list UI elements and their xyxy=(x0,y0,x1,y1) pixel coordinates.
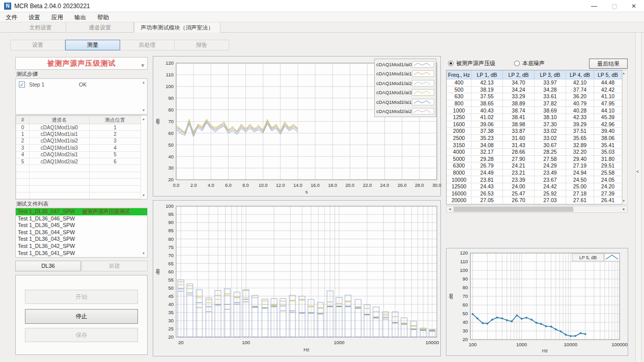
channel-table[interactable]: #通道名测点位置 0cDAQ1Mod1/ai011cDAQ1Mod1/ai122… xyxy=(15,115,148,200)
dl36-button[interactable]: DL36 xyxy=(15,261,81,271)
minimize-button[interactable]: — xyxy=(585,0,603,12)
table-row[interactable]: 800024.4923.2123.4924.9425.58 xyxy=(447,169,622,176)
table-row[interactable]: 63037.5533.2933.6136.2041.10 xyxy=(447,93,622,100)
scroll-up-icon[interactable]: ▴ xyxy=(141,79,147,86)
table-row[interactable]: 400032.1728.6628.2532.2035.03 xyxy=(447,148,622,155)
main-tab[interactable]: 通道设置 xyxy=(66,22,134,33)
file-list-item[interactable]: Test 1_DL36_046_SPW xyxy=(16,215,147,222)
column-header[interactable]: LP 2, dB xyxy=(503,71,535,79)
scroll-right-icon[interactable]: ▸ xyxy=(621,206,627,212)
table-row[interactable]: 250035.2331.6033.0235.6538.06 xyxy=(447,134,622,142)
maximize-button[interactable]: ▢ xyxy=(606,0,623,12)
table-row[interactable]: 40042.1334.7033.9742.1044.48 xyxy=(447,79,622,87)
column-header[interactable]: LP 5, dB xyxy=(594,71,622,79)
menu-item[interactable]: 设置 xyxy=(23,12,46,22)
table-row[interactable]: 5cDAQ1Mod2/ai26 xyxy=(16,158,141,164)
table-row[interactable]: 1000023.8123.3923.6724.5024.05 xyxy=(447,176,622,183)
sub-tab[interactable]: 报告 xyxy=(175,40,229,50)
sub-tab[interactable]: 测量 xyxy=(65,40,120,50)
svg-text:Hz: Hz xyxy=(303,347,310,352)
sub-tab[interactable]: 设置 xyxy=(10,40,65,50)
table-row[interactable]: 3cDAQ1Mod1/ai34 xyxy=(16,145,141,151)
table-row[interactable]: 2000027.0526.7027.0327.6126.41 xyxy=(447,197,622,204)
menu-item[interactable]: 文件 xyxy=(0,12,23,22)
file-list-item[interactable]: Test 1_DL36_041_SPW xyxy=(16,250,147,257)
column-header[interactable]: LP 4, dB xyxy=(566,71,594,79)
scroll-up-icon[interactable]: ▴ xyxy=(141,209,147,215)
save-button[interactable]: 保存 xyxy=(25,328,138,342)
sub-tab[interactable]: 后处理 xyxy=(120,40,175,50)
radio-background-noise[interactable]: 本底噪声 xyxy=(514,60,545,67)
scroll-up-icon[interactable]: ▴ xyxy=(141,116,147,122)
result-table-vscrollbar[interactable]: ▴ ▾ xyxy=(622,70,628,205)
legend-line-sample xyxy=(412,80,434,87)
table-row[interactable]: 125041.0238.4138.1042.3345.39 xyxy=(447,114,622,121)
table-row[interactable]: 0cDAQ1Mod1/ai01 xyxy=(16,124,141,131)
start-button[interactable]: 开始 xyxy=(25,290,138,304)
step-list-item[interactable]: ✓ Step 1 OK xyxy=(16,79,147,90)
table-row[interactable]: 80038.6538.8937.8240.7947.95 xyxy=(447,100,622,107)
lp5-spectrum-chart[interactable]: 1001000100001000002030405060708090100110… xyxy=(446,248,628,356)
svg-text:16.0: 16.0 xyxy=(311,183,320,188)
table-row[interactable]: 1250024.4324.0024.4225.0024.20 xyxy=(447,183,622,190)
file-list-item[interactable]: Test 1_DL36_045_SPW xyxy=(16,222,147,229)
scroll-up-icon[interactable]: ▴ xyxy=(621,70,627,76)
menu-item[interactable]: 输出 xyxy=(69,12,92,22)
steps-listbox[interactable]: ✓ Step 1 OK ▴ ▾ xyxy=(15,78,148,115)
column-header[interactable]: LP 3, dB xyxy=(535,71,566,79)
main-tab[interactable]: 声功率测试模块（消声室法） xyxy=(134,22,220,33)
table-row[interactable]: 500029.2827.9027.5829.4031.80 xyxy=(447,155,622,162)
result-table-hscrollbar[interactable]: ◂ ▸ xyxy=(446,206,628,213)
menu-item[interactable]: 帮助 xyxy=(92,12,115,22)
radio-source-level[interactable]: 被测声源声压级 xyxy=(448,60,495,67)
file-list-item[interactable]: Test 1_DL36_043_SPW xyxy=(16,236,147,243)
column-header[interactable]: LP 1, dB xyxy=(471,71,503,79)
main-tab[interactable]: 文档设置 xyxy=(15,22,66,33)
stop-button[interactable]: 停止 xyxy=(25,309,138,324)
scroll-down-icon[interactable]: ▾ xyxy=(141,192,147,199)
column-header[interactable]: Freq., Hz xyxy=(447,71,471,79)
table-row[interactable]: 630026.7924.2124.2927.1929.51 xyxy=(447,162,622,170)
table-row[interactable] xyxy=(16,172,141,178)
table-row[interactable] xyxy=(16,165,141,172)
scroll-left-icon[interactable]: ◂ xyxy=(446,206,453,212)
spectrum-bar-chart[interactable]: 2010010001000020253035404550556065707580… xyxy=(153,200,441,356)
file-list-item[interactable]: Test 1_DL36_042_SPW xyxy=(16,243,147,250)
scrollbar-thumb[interactable] xyxy=(454,207,573,212)
file-list-item[interactable]: Test 1_DL36_044_SPW xyxy=(16,229,147,236)
table-row[interactable] xyxy=(16,179,141,185)
menu-item[interactable]: 应用 xyxy=(46,12,69,22)
close-button[interactable]: ✕ xyxy=(625,0,642,12)
svg-text:20: 20 xyxy=(462,337,468,342)
column-header[interactable]: # xyxy=(16,116,30,124)
table-row[interactable]: 1600026.5325.4725.9227.1827.39 xyxy=(447,190,622,197)
column-header[interactable]: 通道名 xyxy=(30,116,90,124)
panel-splitter[interactable] xyxy=(635,33,641,362)
scroll-down-icon[interactable]: ▾ xyxy=(141,250,147,257)
table-row[interactable]: 315034.0831.4330.6732.8935.41 xyxy=(447,142,622,149)
final-result-button[interactable]: 最后结果 xyxy=(589,59,628,69)
table-row[interactable]: 100040.4338.7438.6940.2844.10 xyxy=(447,107,622,114)
table-row[interactable]: 160039.0638.9837.3039.2942.96 xyxy=(447,121,622,128)
table-row[interactable] xyxy=(16,192,141,199)
column-header[interactable]: 测点位置 xyxy=(90,116,141,124)
file-list-item[interactable]: Test 1_DL36_047_SPW被测声源声压级测试 xyxy=(16,208,147,215)
table-row[interactable]: 2cDAQ1Mod1/ai23 xyxy=(16,137,141,144)
svg-text:100: 100 xyxy=(165,83,174,89)
result-table[interactable]: Freq., HzLP 1, dBLP 2, dBLP 3, dBLP 4, d… xyxy=(446,70,622,205)
table-row[interactable]: 50038.1934.2434.2837.7442.42 xyxy=(447,86,622,93)
step-checkbox[interactable]: ✓ xyxy=(19,81,25,88)
test-type-dropdown[interactable]: 被测声源声压级测试 ▾ xyxy=(15,57,148,70)
time-history-chart[interactable]: 0.02.04.06.08.010.012.014.016.018.020.02… xyxy=(153,56,441,197)
table-row[interactable]: 4cDAQ1Mod2/ai15 xyxy=(16,151,141,158)
scroll-down-icon[interactable]: ▾ xyxy=(141,107,147,114)
svg-text:65: 65 xyxy=(168,261,174,266)
table-row[interactable]: 1cDAQ1Mod1/ai12 xyxy=(16,131,141,137)
new-file-button[interactable]: 新建 xyxy=(81,261,148,271)
svg-text:80: 80 xyxy=(168,236,174,242)
table-row[interactable] xyxy=(16,185,141,192)
test-file-list[interactable]: Test 1_DL36_047_SPW被测声源声压级测试Test 1_DL36_… xyxy=(15,208,148,258)
scroll-down-icon[interactable]: ▾ xyxy=(621,198,627,204)
table-row[interactable]: 200037.3833.8733.0237.5139.40 xyxy=(447,128,622,135)
legend-line-sample xyxy=(412,108,434,115)
